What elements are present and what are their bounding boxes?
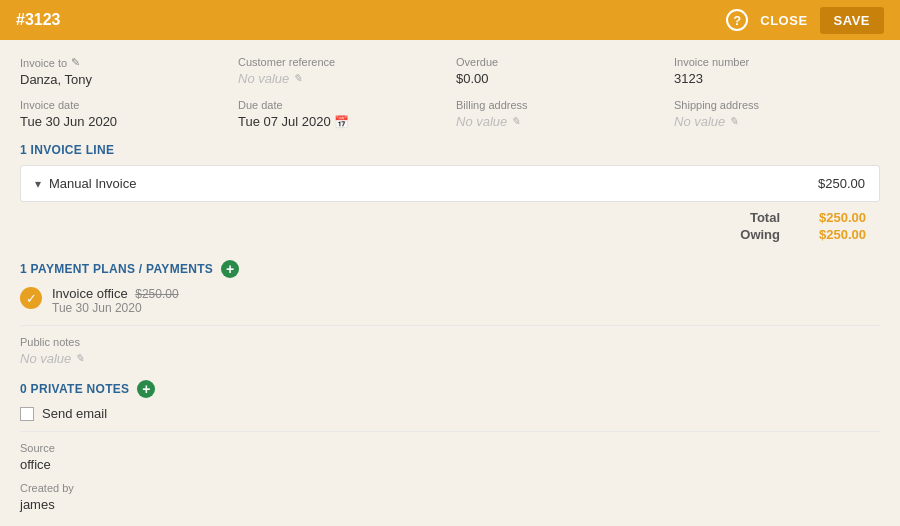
overdue-field: Overdue $0.00	[456, 56, 662, 87]
customer-reference-field: Customer reference No value ✎	[238, 56, 444, 87]
invoice-content: Invoice to ✎ Danza, Tony Customer refere…	[0, 40, 900, 526]
payment-details: Invoice office $250.00 Tue 30 Jun 2020	[52, 286, 179, 315]
due-date-calendar-icon[interactable]: 📅	[334, 115, 349, 129]
invoice-lines-table: ▾ Manual Invoice $250.00	[20, 165, 880, 202]
total-row: Total $250.00	[750, 210, 866, 225]
created-by-label: Created by	[20, 482, 880, 494]
send-email-label: Send email	[42, 406, 107, 421]
shipping-address-value: No value ✎	[674, 114, 880, 129]
invoice-number-value: 3123	[674, 71, 880, 86]
payment-item: ✓ Invoice office $250.00 Tue 30 Jun 2020	[20, 286, 880, 315]
total-value: $250.00	[796, 210, 866, 225]
invoice-date-field: Invoice date Tue 30 Jun 2020	[20, 99, 226, 129]
payment-check-icon: ✓	[20, 287, 42, 309]
send-email-checkbox[interactable]	[20, 407, 34, 421]
public-notes-value: No value ✎	[20, 351, 880, 366]
customer-reference-value: No value ✎	[238, 71, 444, 86]
invoice-number-label: Invoice number	[674, 56, 880, 68]
add-payment-button[interactable]: +	[221, 260, 239, 278]
total-label: Total	[750, 210, 780, 225]
created-by-field: Created by james	[20, 482, 880, 512]
invoice-line-amount: $250.00	[818, 176, 865, 191]
owing-row: Owing $250.00	[740, 227, 866, 242]
totals-section: Total $250.00 Owing $250.00	[20, 206, 880, 246]
invoice-header: #3123 ? CLOSE SAVE	[0, 0, 900, 40]
overdue-label: Overdue	[456, 56, 662, 68]
shipping-address-label: Shipping address	[674, 99, 880, 111]
invoice-to-label: Invoice to ✎	[20, 56, 226, 69]
due-date-value: Tue 07 Jul 2020 📅	[238, 114, 444, 129]
overdue-value: $0.00	[456, 71, 662, 86]
save-button[interactable]: SAVE	[820, 7, 884, 34]
divider-1	[20, 325, 880, 326]
chevron-down-icon[interactable]: ▾	[35, 177, 41, 191]
invoice-to-field: Invoice to ✎ Danza, Tony	[20, 56, 226, 87]
due-date-label: Due date	[238, 99, 444, 111]
billing-address-label: Billing address	[456, 99, 662, 111]
divider-2	[20, 431, 880, 432]
payment-amount-strikethrough: $250.00	[135, 287, 178, 301]
public-notes-label: Public notes	[20, 336, 880, 348]
invoice-date-label: Invoice date	[20, 99, 226, 111]
private-notes-header: 0 PRIVATE NOTES +	[20, 380, 880, 398]
customer-reference-label: Customer reference	[238, 56, 444, 68]
payments-header: 1 PAYMENT PLANS / PAYMENTS +	[20, 260, 880, 278]
payment-name-row: Invoice office $250.00	[52, 286, 179, 301]
due-date-field: Due date Tue 07 Jul 2020 📅	[238, 99, 444, 129]
owing-label: Owing	[740, 227, 780, 242]
shipping-address-edit-icon[interactable]: ✎	[729, 115, 738, 128]
invoice-date-value: Tue 30 Jun 2020	[20, 114, 226, 129]
payment-date: Tue 30 Jun 2020	[52, 301, 179, 315]
invoice-number-field: Invoice number 3123	[674, 56, 880, 87]
owing-value: $250.00	[796, 227, 866, 242]
add-private-note-button[interactable]: +	[137, 380, 155, 398]
billing-address-field: Billing address No value ✎	[456, 99, 662, 129]
invoice-line-row: ▾ Manual Invoice $250.00	[21, 166, 879, 201]
source-value: office	[20, 457, 880, 472]
billing-address-value: No value ✎	[456, 114, 662, 129]
source-label: Source	[20, 442, 880, 454]
billing-address-edit-icon[interactable]: ✎	[511, 115, 520, 128]
customer-reference-edit-icon[interactable]: ✎	[293, 72, 302, 85]
invoice-line-name: Manual Invoice	[49, 176, 818, 191]
public-notes-field: Public notes No value ✎	[20, 336, 880, 366]
fields-row-2: Invoice date Tue 30 Jun 2020 Due date Tu…	[20, 99, 880, 129]
close-button[interactable]: CLOSE	[760, 13, 807, 28]
source-field: Source office	[20, 442, 880, 472]
invoice-lines-header: 1 INVOICE LINE	[20, 143, 880, 157]
send-email-row: Send email	[20, 406, 880, 421]
fields-row-1: Invoice to ✎ Danza, Tony Customer refere…	[20, 56, 880, 87]
created-by-value: james	[20, 497, 880, 512]
invoice-title: #3123	[16, 11, 61, 29]
invoice-to-value: Danza, Tony	[20, 72, 226, 87]
payment-name: Invoice office	[52, 286, 128, 301]
help-button[interactable]: ?	[726, 9, 748, 31]
public-notes-edit-icon[interactable]: ✎	[75, 352, 84, 365]
shipping-address-field: Shipping address No value ✎	[674, 99, 880, 129]
invoice-to-edit-icon[interactable]: ✎	[71, 56, 80, 69]
header-actions: ? CLOSE SAVE	[726, 7, 884, 34]
